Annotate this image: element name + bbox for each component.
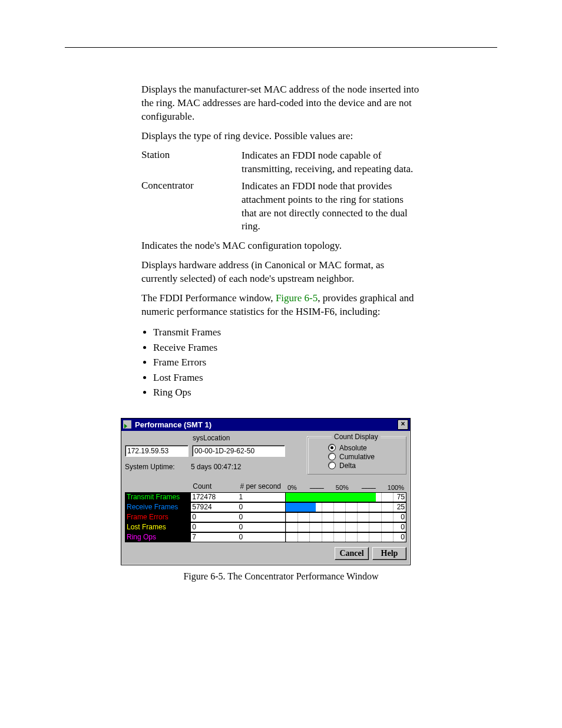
window-title: Performance (SMT 1) [135, 420, 398, 429]
bar-chart: 0 [285, 532, 406, 542]
figure-link[interactable]: Figure 6-5 [276, 292, 318, 304]
station-body: Indicates an FDDI node capable of transm… [242, 149, 421, 176]
close-icon[interactable]: × [398, 420, 408, 430]
header-rule [65, 47, 497, 48]
count-value: 172478 [190, 492, 237, 502]
bar-chart: 0 [285, 512, 406, 522]
node-class-body: Displays the type of ring device. Possib… [141, 130, 421, 143]
radio-cumulative[interactable]: Cumulative [328, 453, 400, 461]
list-item: Ring Ops [153, 385, 421, 400]
perf-body-part1: The FDDI Performance window, [141, 292, 276, 304]
per-second-value: 0 [238, 502, 285, 512]
radio-delta[interactable]: Delta [328, 462, 400, 470]
syslocation-label: sysLocation [191, 433, 283, 444]
scale-50: 50% [336, 484, 349, 491]
count-value: 7 [190, 532, 237, 542]
count-value: 0 [190, 522, 237, 532]
cancel-button[interactable]: Cancel [335, 547, 369, 560]
performance-window: Performance (SMT 1) × sysLocation 172.19… [121, 418, 411, 565]
list-item: Lost Frames [153, 370, 421, 386]
uptime-value: 5 days 00:47:12 [191, 463, 241, 471]
help-button[interactable]: Help [372, 547, 406, 560]
count-display-group: Count Display Absolute Cumulative Delta [308, 437, 406, 475]
perf-body: The FDDI Performance window, Figure 6-5,… [141, 292, 421, 319]
radio-absolute[interactable]: Absolute [328, 444, 400, 452]
radio-label: Delta [339, 462, 356, 470]
scale-100: 100% [388, 484, 404, 491]
figure-caption: Figure 6-5. The Concentrator Performance… [65, 571, 497, 582]
list-item: Receive Frames [153, 340, 421, 355]
radio-icon[interactable] [328, 444, 336, 452]
per-second-value: 0 [238, 522, 285, 532]
per-second-value: 0 [238, 532, 285, 542]
perf-table: Count # per second 0% -------------- 50%… [125, 480, 406, 542]
row-label: Lost Frames [125, 522, 190, 532]
concentrator-term: Concentrator [141, 180, 242, 234]
count-value: 57924 [190, 502, 237, 512]
upstream-body: Displays hardware address (in Canonical … [141, 259, 421, 286]
bar-chart: 25 [285, 502, 406, 512]
bar-chart: 0 [285, 522, 406, 532]
ip-field[interactable]: 172.19.59.53 [125, 445, 189, 457]
syslocation-blank [125, 433, 187, 444]
bar-value: 25 [397, 503, 405, 511]
per-second-value: 0 [238, 512, 285, 522]
count-value: 0 [190, 512, 237, 522]
row-label: Receive Frames [125, 502, 190, 512]
uptime-label: System Uptime: [125, 463, 191, 471]
bar-value: 0 [401, 523, 405, 531]
app-icon[interactable] [123, 420, 131, 429]
radio-icon[interactable] [328, 462, 336, 469]
bar-value: 0 [401, 533, 405, 541]
list-item: Transmit Frames [153, 325, 421, 340]
concentrator-body: Indicates an FDDI node that provides att… [242, 180, 421, 234]
col-count: Count [190, 480, 237, 492]
row-label: Ring Ops [125, 532, 190, 542]
titlebar[interactable]: Performance (SMT 1) × [121, 419, 410, 431]
scale-0: 0% [287, 484, 297, 491]
table-row: Ring Ops700 [125, 532, 406, 542]
mac-field[interactable]: 00-00-1D-29-62-50 [192, 445, 285, 457]
station-term: Station [141, 149, 242, 176]
addr-body: Displays the manufacturer-set MAC addres… [141, 83, 421, 124]
table-row: Lost Frames000 [125, 522, 406, 532]
bar-value: 75 [397, 493, 405, 501]
col-per-second: # per second [238, 480, 285, 492]
table-row: Receive Frames57924025 [125, 502, 406, 512]
bar-value: 0 [401, 513, 405, 521]
row-label: Frame Errors [125, 512, 190, 522]
radio-label: Absolute [339, 444, 367, 452]
radio-icon[interactable] [328, 453, 336, 460]
table-row: Frame Errors000 [125, 512, 406, 522]
row-label: Transmit Frames [125, 492, 190, 502]
table-row: Transmit Frames172478175 [125, 492, 406, 502]
topology-body: Indicates the node's MAC configuration t… [141, 239, 421, 253]
radio-label: Cumulative [339, 453, 375, 461]
list-item: Frame Errors [153, 355, 421, 370]
bar-chart: 75 [285, 492, 406, 502]
perf-bullet-list: Transmit Frames Receive Frames Frame Err… [153, 325, 421, 400]
count-display-label: Count Display [332, 433, 381, 441]
per-second-value: 1 [238, 492, 285, 502]
